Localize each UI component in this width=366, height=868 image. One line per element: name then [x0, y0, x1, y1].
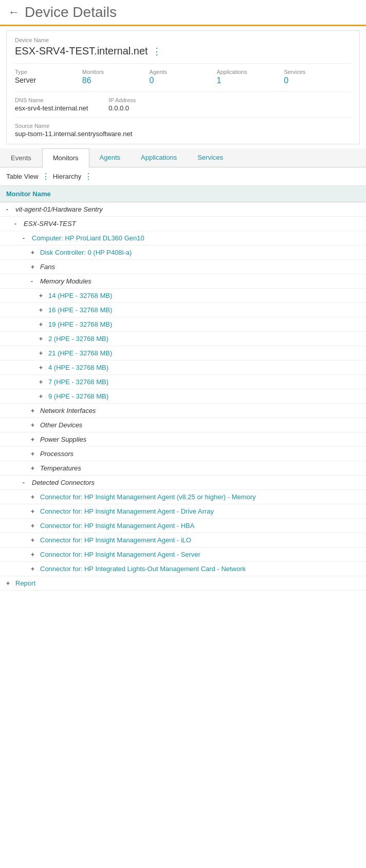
- tree-row[interactable]: +14 (HPE - 32768 MB): [0, 289, 366, 303]
- hierarchy-menu-icon[interactable]: ⋮: [84, 172, 93, 181]
- agents-value: 0: [150, 76, 217, 85]
- expand-plus-icon[interactable]: +: [39, 321, 45, 328]
- device-menu-icon[interactable]: ⋮: [152, 46, 161, 57]
- expand-plus-icon[interactable]: +: [31, 407, 37, 414]
- tree-row[interactable]: +Connector for: HP Insight Management Ag…: [0, 519, 366, 533]
- tree-node-label[interactable]: Connector for: HP Insight Management Age…: [40, 536, 191, 544]
- tree-row: +Other Devices: [0, 418, 366, 432]
- expand-plus-icon[interactable]: +: [31, 450, 37, 458]
- back-button[interactable]: ←: [8, 6, 20, 19]
- expand-plus-icon[interactable]: +: [39, 364, 45, 371]
- type-value: Server: [15, 76, 82, 84]
- table-view-button[interactable]: Table View: [6, 173, 39, 180]
- tree-node-label[interactable]: 14 (HPE - 32768 MB): [48, 292, 112, 299]
- tab-applications[interactable]: Applications: [131, 148, 187, 167]
- expand-plus-icon[interactable]: +: [31, 249, 37, 256]
- source-label: Source Name: [15, 123, 351, 129]
- tree-node-label[interactable]: 9 (HPE - 32768 MB): [48, 392, 108, 400]
- tree-row[interactable]: +Connector for: HP Insight Management Ag…: [0, 548, 366, 562]
- tree-node-label[interactable]: Disk Controller: 0 (HP P408i-a): [40, 249, 132, 256]
- tree-row[interactable]: +Report: [0, 576, 366, 591]
- tree-node-label: Other Devices: [40, 421, 82, 429]
- tab-services[interactable]: Services: [187, 148, 233, 167]
- tree-row[interactable]: +4 (HPE - 32768 MB): [0, 361, 366, 375]
- source-value: sup-tsom-11.internal.sentrysoftware.net: [15, 130, 351, 138]
- tree-row[interactable]: +7 (HPE - 32768 MB): [0, 375, 366, 389]
- tree-row[interactable]: +Connector for: HP Insight Management Ag…: [0, 490, 366, 504]
- tree-node-label[interactable]: 21 (HPE - 32768 MB): [48, 349, 112, 357]
- tree-row[interactable]: +2 (HPE - 32768 MB): [0, 332, 366, 346]
- expand-minus-icon[interactable]: -: [31, 278, 37, 285]
- tree-node-label[interactable]: Connector for: HP Insight Management Age…: [40, 493, 256, 501]
- expand-minus-icon[interactable]: -: [6, 206, 12, 213]
- expand-plus-icon[interactable]: +: [31, 436, 37, 443]
- applications-label: Applications: [216, 69, 284, 75]
- monitor-name-header: Monitor Name: [0, 186, 366, 202]
- tree-row[interactable]: +Disk Controller: 0 (HP P408i-a): [0, 246, 366, 260]
- expand-plus-icon[interactable]: +: [39, 393, 45, 400]
- expand-plus-icon[interactable]: +: [39, 292, 45, 299]
- tree-node-label[interactable]: Report: [15, 579, 35, 587]
- expand-plus-icon[interactable]: +: [39, 379, 45, 386]
- expand-plus-icon[interactable]: +: [31, 494, 37, 501]
- table-view-menu-icon[interactable]: ⋮: [42, 172, 50, 181]
- tree-row: -Memory Modules: [0, 274, 366, 289]
- expand-plus-icon[interactable]: +: [31, 465, 37, 472]
- expand-plus-icon[interactable]: +: [31, 263, 37, 271]
- expand-plus-icon[interactable]: +: [39, 307, 45, 314]
- tree-row[interactable]: +19 (HPE - 32768 MB): [0, 317, 366, 332]
- expand-plus-icon[interactable]: +: [31, 522, 37, 530]
- tree-row[interactable]: +Connector for: HP Insight Management Ag…: [0, 504, 366, 519]
- applications-value: 1: [216, 76, 284, 85]
- tree-node-label[interactable]: 16 (HPE - 32768 MB): [48, 306, 112, 314]
- tree-row[interactable]: +16 (HPE - 32768 MB): [0, 303, 366, 317]
- tree-node-label[interactable]: Connector for: HP Insight Management Age…: [40, 551, 200, 558]
- tree-node-label[interactable]: 2 (HPE - 32768 MB): [48, 335, 108, 343]
- expand-minus-icon[interactable]: -: [23, 479, 29, 486]
- tree-node-label[interactable]: 19 (HPE - 32768 MB): [48, 320, 112, 328]
- services-value: 0: [284, 76, 351, 85]
- tree-node-label[interactable]: Connector for: HP Insight Management Age…: [40, 522, 194, 530]
- type-label: Type: [15, 69, 82, 75]
- tree-row[interactable]: +9 (HPE - 32768 MB): [0, 389, 366, 404]
- expand-plus-icon[interactable]: +: [31, 565, 37, 573]
- tree-row[interactable]: -Computer: HP ProLiant DL360 Gen10: [0, 231, 366, 246]
- tree-row: +Temperatures: [0, 461, 366, 476]
- tree-node-label[interactable]: Connector for: HP Insight Management Age…: [40, 507, 214, 515]
- tree-node-label: Processors: [40, 450, 74, 458]
- expand-plus-icon[interactable]: +: [39, 335, 45, 343]
- toolbar: Table View ⋮ Hierarchy ⋮: [0, 167, 366, 186]
- expand-plus-icon[interactable]: +: [31, 422, 37, 429]
- stat-applications: Applications 1: [216, 69, 284, 85]
- ip-label: IP Address: [108, 97, 136, 103]
- stat-agents: Agents 0: [150, 69, 217, 85]
- dns-label: DNS Name: [15, 97, 88, 103]
- header-bar: ← Device Details: [0, 0, 366, 26]
- tree-node-label[interactable]: 4 (HPE - 32768 MB): [48, 364, 108, 371]
- tree-row[interactable]: +21 (HPE - 32768 MB): [0, 346, 366, 361]
- tree-node-label[interactable]: 7 (HPE - 32768 MB): [48, 378, 108, 386]
- tree-node-label: Power Supplies: [40, 436, 86, 443]
- device-name-label: Device Name: [15, 37, 351, 43]
- tree-row[interactable]: +Connector for: HP Integrated Lights-Out…: [0, 562, 366, 576]
- tree-node-label: vit-agent-01/Hardware Sentry: [15, 205, 103, 213]
- tab-agents[interactable]: Agents: [89, 148, 131, 167]
- ip-value: 0.0.0.0: [108, 104, 136, 112]
- dns-item: DNS Name esx-srv4-test.internal.net: [15, 97, 88, 112]
- tab-events[interactable]: Events: [0, 148, 42, 167]
- expand-minus-icon[interactable]: -: [14, 220, 21, 228]
- expand-plus-icon[interactable]: +: [31, 551, 37, 558]
- expand-plus-icon[interactable]: +: [6, 580, 12, 587]
- expand-minus-icon[interactable]: -: [23, 235, 29, 242]
- expand-plus-icon[interactable]: +: [31, 508, 37, 515]
- hierarchy-button[interactable]: Hierarchy: [53, 173, 82, 180]
- tab-monitors[interactable]: Monitors: [42, 148, 89, 167]
- tree-node-label[interactable]: Computer: HP ProLiant DL360 Gen10: [32, 234, 144, 242]
- monitor-tree: -vit-agent-01/Hardware Sentry-ESX-SRV4-T…: [0, 202, 366, 591]
- expand-plus-icon[interactable]: +: [39, 350, 45, 357]
- tree-row[interactable]: +Connector for: HP Insight Management Ag…: [0, 533, 366, 548]
- tree-node-label: ESX-SRV4-TEST: [24, 220, 76, 228]
- tree-row: +Fans: [0, 260, 366, 274]
- tree-node-label[interactable]: Connector for: HP Integrated Lights-Out …: [40, 565, 246, 573]
- expand-plus-icon[interactable]: +: [31, 537, 37, 544]
